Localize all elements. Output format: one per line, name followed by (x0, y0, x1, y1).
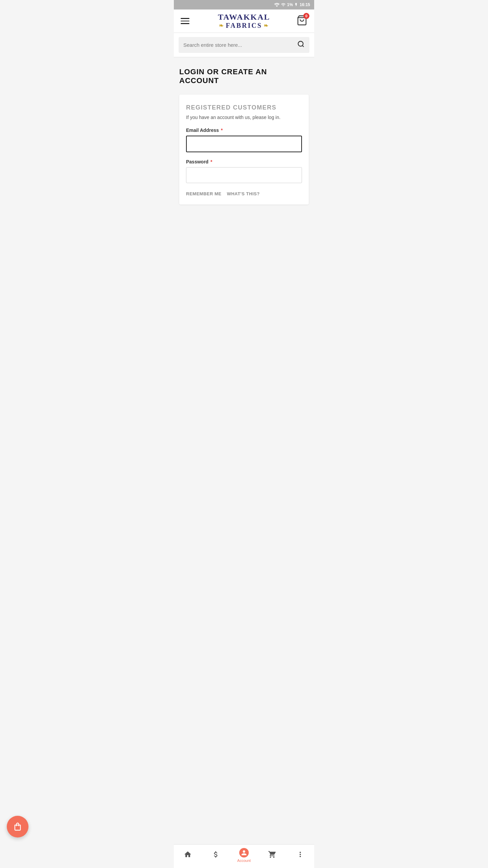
dollar-icon (212, 850, 220, 861)
hamburger-line-1 (181, 18, 189, 19)
nav-item-account[interactable]: Account (230, 848, 258, 863)
wifi-icon (274, 2, 280, 7)
cart-count-badge: 0 (303, 13, 309, 19)
logo: TAWAKKAL ❧ FABRICS ❧ (218, 13, 270, 29)
battery-icon (294, 2, 298, 7)
account-nav-label: Account (237, 859, 251, 863)
whats-this-link[interactable]: WHAT'S THIS? (227, 191, 260, 196)
nav-item-price[interactable] (202, 850, 230, 861)
signal-icon (281, 2, 286, 7)
status-bar: 1% 16:15 (174, 0, 314, 9)
cart-button[interactable]: 0 (295, 14, 309, 28)
password-input[interactable] (186, 167, 302, 183)
time-display: 16:15 (300, 2, 310, 7)
search-icon[interactable] (297, 40, 305, 50)
logo-line2: ❧ FABRICS ❧ (219, 22, 269, 29)
logo-ornament-right: ❧ (264, 22, 269, 29)
hamburger-line-2 (181, 21, 189, 22)
registered-customers-title: REGISTERED CUSTOMERS (186, 104, 302, 111)
password-label-text: Password (186, 159, 208, 164)
password-form-group: Password * (186, 159, 302, 183)
svg-point-1 (298, 41, 303, 46)
status-icons: 1% 16:15 (274, 2, 310, 7)
account-avatar-icon (239, 848, 249, 857)
remember-me-label: REMEMBER ME (186, 191, 221, 196)
menu-button[interactable] (179, 17, 191, 25)
header: TAWAKKAL ❧ FABRICS ❧ 0 (174, 9, 314, 33)
more-icon (296, 850, 304, 861)
search-bar (179, 37, 309, 53)
password-label: Password * (186, 159, 302, 164)
email-label-text: Email Address (186, 127, 219, 133)
logo-text: FABRICS (226, 22, 262, 29)
email-required-star: * (221, 127, 223, 133)
search-section (174, 33, 314, 57)
nav-item-cart[interactable] (258, 850, 286, 861)
section-description: If you have an account with us, please l… (186, 115, 302, 120)
nav-item-home[interactable] (174, 850, 202, 861)
password-required-star: * (210, 159, 212, 164)
search-input[interactable] (183, 42, 294, 48)
logo-line1: TAWAKKAL (218, 13, 270, 21)
svg-line-2 (302, 45, 304, 47)
bottom-navigation: Account (174, 844, 314, 868)
logo-ornament-left: ❧ (219, 22, 224, 29)
cart-nav-icon (268, 850, 276, 861)
login-card: REGISTERED CUSTOMERS If you have an acco… (179, 95, 309, 204)
main-content: LOGIN OR CREATE AN ACCOUNT REGISTERED CU… (174, 57, 314, 211)
email-form-group: Email Address * (186, 127, 302, 152)
hamburger-line-3 (181, 23, 189, 24)
page-title: LOGIN OR CREATE AN ACCOUNT (179, 67, 309, 85)
battery-level: 1% (287, 2, 293, 7)
remember-me-row: REMEMBER ME WHAT'S THIS? (186, 190, 302, 196)
home-icon (184, 850, 192, 861)
email-input[interactable] (186, 136, 302, 152)
nav-item-more[interactable] (286, 850, 314, 861)
email-label: Email Address * (186, 127, 302, 133)
